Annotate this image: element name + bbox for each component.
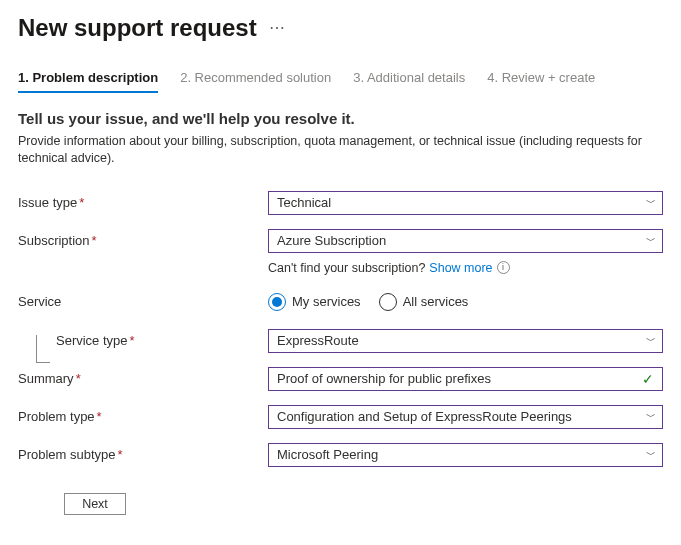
row-subscription: Subscription* Azure Subscription ﹀ <box>18 229 663 253</box>
problem-type-value: Configuration and Setup of ExpressRoute … <box>277 409 572 424</box>
radio-all-services[interactable]: All services <box>379 293 469 311</box>
wizard-footer: Next <box>18 485 663 515</box>
label-service-type: Service type* <box>18 333 268 348</box>
row-service-type: Service type* ExpressRoute ﹀ <box>18 329 663 353</box>
more-icon[interactable]: ⋯ <box>265 16 290 40</box>
label-summary: Summary* <box>18 371 268 386</box>
service-type-select[interactable]: ExpressRoute ﹀ <box>268 329 663 353</box>
check-icon: ✓ <box>642 372 654 386</box>
problem-subtype-value: Microsoft Peering <box>277 447 378 462</box>
chevron-down-icon: ﹀ <box>646 334 656 348</box>
issue-type-value: Technical <box>277 195 331 210</box>
tab-additional-details[interactable]: 3. Additional details <box>353 70 465 93</box>
section-description: Provide information about your billing, … <box>18 133 663 167</box>
required-indicator: * <box>92 233 97 248</box>
tab-recommended-solution[interactable]: 2. Recommended solution <box>180 70 331 93</box>
chevron-down-icon: ﹀ <box>646 196 656 210</box>
problem-subtype-select[interactable]: Microsoft Peering ﹀ <box>268 443 663 467</box>
required-indicator: * <box>130 333 135 348</box>
info-icon[interactable]: i <box>497 261 510 274</box>
tree-line-icon <box>36 335 50 363</box>
row-summary: Summary* Proof of ownership for public p… <box>18 367 663 391</box>
row-service: Service My services All services <box>18 293 663 311</box>
row-issue-type: Issue type* Technical ﹀ <box>18 191 663 215</box>
chevron-down-icon: ﹀ <box>646 234 656 248</box>
label-subscription: Subscription* <box>18 233 268 248</box>
subscription-select[interactable]: Azure Subscription ﹀ <box>268 229 663 253</box>
tab-problem-description[interactable]: 1. Problem description <box>18 70 158 93</box>
label-problem-type: Problem type* <box>18 409 268 424</box>
label-problem-subtype: Problem subtype* <box>18 447 268 462</box>
summary-input[interactable]: Proof of ownership for public prefixes ✓ <box>268 367 663 391</box>
label-issue-type: Issue type* <box>18 195 268 210</box>
required-indicator: * <box>79 195 84 210</box>
service-type-value: ExpressRoute <box>277 333 359 348</box>
row-problem-type: Problem type* Configuration and Setup of… <box>18 405 663 429</box>
row-problem-subtype: Problem subtype* Microsoft Peering ﹀ <box>18 443 663 467</box>
radio-my-services[interactable]: My services <box>268 293 361 311</box>
chevron-down-icon: ﹀ <box>646 448 656 462</box>
next-button[interactable]: Next <box>64 493 126 515</box>
subscription-help: Can't find your subscription? Show more … <box>268 261 663 275</box>
section-heading: Tell us your issue, and we'll help you r… <box>18 110 663 127</box>
required-indicator: * <box>76 371 81 386</box>
summary-value: Proof of ownership for public prefixes <box>277 371 491 386</box>
service-radio-group: My services All services <box>268 293 663 311</box>
service-type-block: Service type* ExpressRoute ﹀ <box>18 329 663 353</box>
chevron-down-icon: ﹀ <box>646 410 656 424</box>
page-title: New support request <box>18 14 257 42</box>
tab-review-create[interactable]: 4. Review + create <box>487 70 595 93</box>
required-indicator: * <box>118 447 123 462</box>
row-subscription-help: Can't find your subscription? Show more … <box>18 257 663 289</box>
required-indicator: * <box>97 409 102 424</box>
subscription-value: Azure Subscription <box>277 233 386 248</box>
label-service: Service <box>18 294 268 309</box>
radio-icon <box>379 293 397 311</box>
problem-type-select[interactable]: Configuration and Setup of ExpressRoute … <box>268 405 663 429</box>
show-more-link[interactable]: Show more <box>429 261 492 275</box>
radio-icon <box>268 293 286 311</box>
page-header: New support request ⋯ <box>18 14 663 42</box>
wizard-tabs: 1. Problem description 2. Recommended so… <box>18 70 663 94</box>
issue-type-select[interactable]: Technical ﹀ <box>268 191 663 215</box>
